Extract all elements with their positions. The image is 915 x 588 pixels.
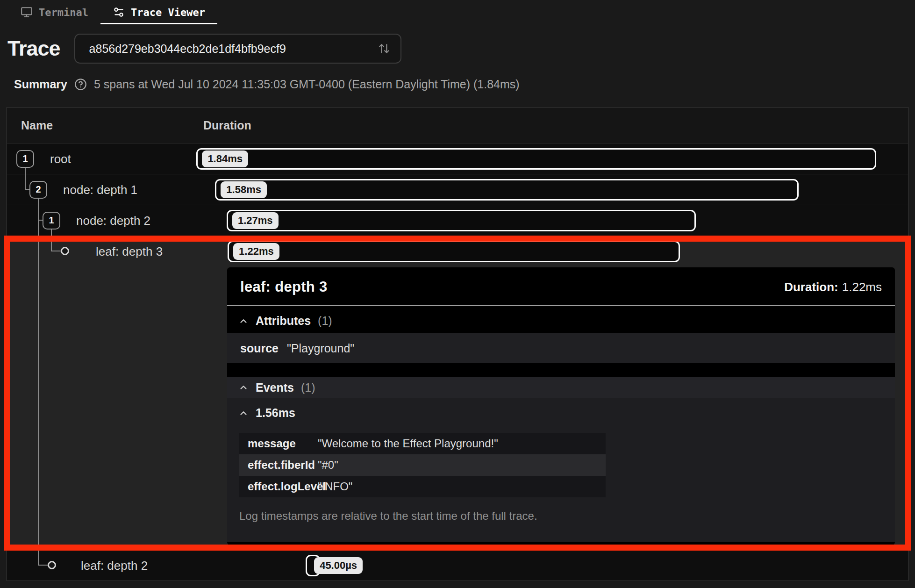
duration-pill: 1.58ms	[221, 181, 267, 198]
span-detail-panel: leaf: depth 3 Duration:1.22ms Attributes…	[227, 267, 895, 545]
column-header-name: Name	[7, 119, 53, 132]
duration-pill: 45.00µs	[314, 557, 363, 574]
duration-pill: 1.27ms	[232, 212, 279, 229]
table-row-leaf-depth-3-expanded[interactable]: leaf: depth 3 1.22ms leaf: depth 3 Durat…	[7, 236, 908, 550]
chevron-up-icon	[238, 408, 249, 418]
duration-bar[interactable]: 1.58ms	[215, 179, 799, 201]
panel-duration: Duration:1.22ms	[784, 280, 882, 294]
duration-bar[interactable]: 1.27ms	[227, 210, 696, 231]
panel-duration-value: 1.22ms	[842, 280, 882, 294]
attributes-section-toggle[interactable]: Attributes (1)	[227, 306, 895, 333]
attribute-row: source "Playground"	[227, 333, 895, 363]
span-count-badge: 1	[43, 212, 60, 229]
event-fields-table: message "Welcome to the Effect Playgroun…	[239, 433, 606, 497]
table-row-leaf-depth-2[interactable]: leaf: depth 2 45.00µs	[7, 550, 908, 581]
duration-pill: 1.22ms	[233, 243, 279, 260]
chevron-up-icon	[238, 382, 249, 393]
tab-terminal[interactable]: Terminal	[8, 0, 100, 24]
arrows-up-down-icon	[378, 43, 390, 55]
column-header-duration: Duration	[189, 119, 251, 132]
trace-id-value: a856d279eb3044ecb2de1df4bfb9ecf9	[89, 42, 286, 56]
tab-trace-viewer[interactable]: Trace Viewer	[100, 0, 217, 24]
attribute-value: "Playground"	[287, 342, 354, 355]
event-time-value: 1.56ms	[256, 406, 295, 420]
table-row-node-depth-1[interactable]: 2 node: depth 1 1.58ms	[7, 174, 908, 205]
span-table: Name Duration 1 root 1.84ms 2 node: dept…	[7, 107, 908, 581]
sliders-icon	[113, 6, 125, 18]
events-label: Events	[256, 381, 294, 394]
table-row-node-depth-2[interactable]: 1 node: depth 2 1.27ms	[7, 205, 908, 236]
tab-trace-viewer-label: Trace Viewer	[131, 7, 205, 18]
terminal-icon	[21, 6, 33, 18]
attributes-label: Attributes	[256, 314, 311, 328]
events-note: Log timestamps are relative to the start…	[239, 509, 895, 523]
event-field-key: effect.logLevel	[248, 480, 318, 493]
duration-bar[interactable]: 1.84ms	[196, 148, 876, 170]
help-circle-icon[interactable]	[74, 78, 87, 91]
span-name: node: depth 1	[63, 182, 137, 197]
span-name: root	[50, 151, 71, 166]
panel-header: leaf: depth 3 Duration:1.22ms	[227, 267, 895, 306]
span-name: leaf: depth 3	[96, 244, 163, 259]
span-name: node: depth 2	[76, 213, 150, 228]
event-field-key: message	[248, 437, 318, 450]
events-count: (1)	[301, 381, 315, 394]
summary-line: Summary 5 spans at Wed Jul 10 2024 11:35…	[14, 78, 908, 91]
chevron-up-icon	[238, 316, 249, 326]
event-field-row: effect.logLevel "INFO"	[239, 476, 606, 497]
event-field-value: "Welcome to the Effect Playground!"	[318, 437, 498, 450]
attribute-key: source	[240, 342, 279, 355]
trace-header: Trace a856d279eb3044ecb2de1df4bfb9ecf9	[7, 34, 908, 64]
event-field-value: "#0"	[318, 459, 338, 472]
panel-duration-label: Duration:	[784, 280, 838, 294]
events-body: 1.56ms message "Welcome to the Effect Pl…	[227, 398, 895, 542]
trace-id-select[interactable]: a856d279eb3044ecb2de1df4bfb9ecf9	[74, 34, 401, 64]
span-count-badge: 2	[29, 181, 47, 199]
summary-text: 5 spans at Wed Jul 10 2024 11:35:03 GMT-…	[94, 78, 520, 91]
duration-bar[interactable]: 1.22ms	[228, 241, 680, 262]
page-title: Trace	[7, 36, 60, 61]
span-count-badge: 1	[16, 150, 34, 168]
event-time-toggle[interactable]: 1.56ms	[227, 406, 895, 420]
attributes-count: (1)	[318, 314, 332, 328]
table-header-row: Name Duration	[7, 108, 908, 143]
summary-label: Summary	[14, 78, 67, 91]
tab-terminal-label: Terminal	[39, 7, 88, 18]
panel-title: leaf: depth 3	[240, 279, 327, 295]
event-field-key: effect.fiberId	[248, 459, 318, 472]
duration-pill: 1.84ms	[202, 151, 248, 167]
table-row-root[interactable]: 1 root 1.84ms	[7, 143, 908, 174]
event-field-row: effect.fiberId "#0"	[239, 454, 606, 476]
event-field-row: message "Welcome to the Effect Playgroun…	[239, 433, 606, 454]
tab-bar: Terminal Trace Viewer	[0, 0, 915, 24]
span-name: leaf: depth 2	[81, 558, 148, 573]
event-field-value: "INFO"	[318, 480, 352, 493]
events-section-toggle[interactable]: Events (1)	[227, 377, 895, 398]
